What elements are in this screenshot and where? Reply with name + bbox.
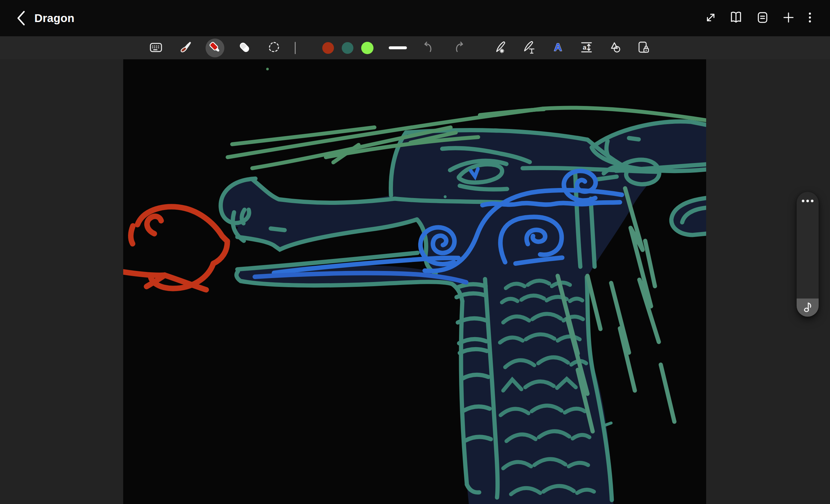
marker-tool-button[interactable] [208,41,222,55]
pen-text-icon [522,40,537,56]
sparkle-pen-icon [493,40,508,56]
eraser-tool-button[interactable] [237,41,252,55]
back-chevron-icon [15,10,26,28]
drawing-toolbar: A a [0,36,830,59]
lasso-select-tool-button[interactable] [267,41,281,55]
lasso-select-icon [266,40,281,56]
svg-text:A: A [554,41,562,53]
drawing-canvas[interactable] [123,59,706,504]
color-swatch-green[interactable] [361,42,374,54]
redo-arrow-icon [452,40,467,56]
convert-to-text-button[interactable] [522,41,537,55]
more-options-button[interactable] [802,10,818,26]
back-button[interactable] [12,10,29,27]
top-app-bar: Dragon [0,0,830,36]
beautify-pen-button[interactable] [494,41,508,55]
pen-brush-icon [178,40,193,56]
document-lines-icon [756,10,770,26]
plus-icon [781,10,796,26]
keyboard-tool-button[interactable] [149,41,163,55]
redo-button[interactable] [452,41,467,55]
svg-text:a: a [583,44,586,51]
note-title: Dragon [34,0,74,36]
resize-button[interactable] [703,10,719,26]
floating-tool-handle[interactable] [797,192,819,317]
page-overview-button[interactable] [755,10,771,26]
eraser-icon [237,40,252,56]
dragon-sketch [123,59,706,504]
text-style-button[interactable]: A [551,41,565,55]
stroke-width-button[interactable] [389,46,407,49]
shapes-icon [608,40,622,56]
marker-icon [208,40,222,56]
stray-dot [266,68,269,70]
undo-arrow-icon [421,40,435,56]
letter-a-icon: A [550,40,566,56]
keyboard-icon [149,40,163,56]
pen-tool-button[interactable] [178,41,193,55]
undo-button[interactable] [421,41,435,55]
reader-view-button[interactable] [728,10,744,26]
color-swatch-red[interactable] [322,42,334,54]
lock-drawing-button[interactable] [636,41,651,55]
add-page-button[interactable] [780,10,797,26]
color-swatch-teal[interactable] [342,42,353,54]
more-dots-icon[interactable] [797,200,819,202]
shapes-button[interactable] [608,41,622,55]
music-note-icon [802,301,813,314]
open-book-icon [729,10,743,26]
expand-diagonal-icon [704,10,718,26]
lock-screen-icon [636,40,651,56]
audio-button[interactable] [797,299,819,317]
toolbar-divider [295,42,296,54]
kebab-menu-icon [803,10,817,26]
flame-strokes [123,207,227,290]
text-height-icon: a [579,40,594,56]
text-size-button[interactable]: a [579,41,594,55]
